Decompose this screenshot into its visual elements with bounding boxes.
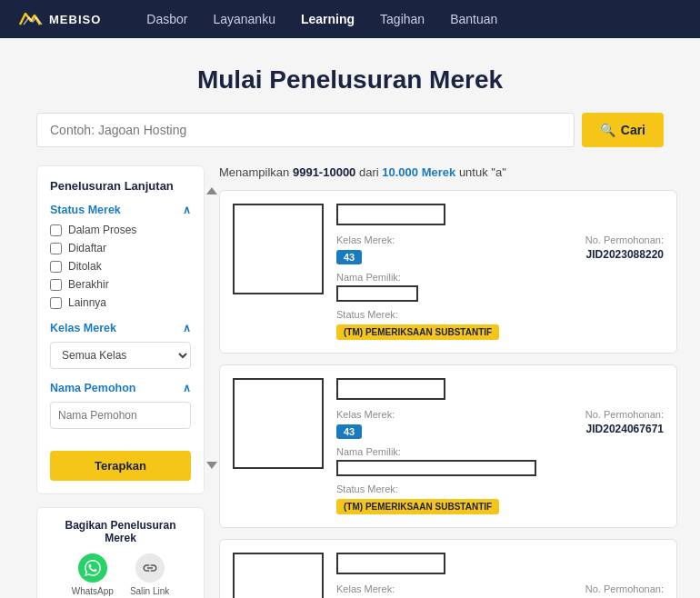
sidebar-title: Penelusuran Lanjutan	[50, 179, 191, 193]
nama-pemohon-title: Nama Pemohon ∧	[50, 382, 191, 394]
permohonan-value-1: JID2023088220	[564, 248, 664, 261]
nav-dasbor[interactable]: Dasbor	[146, 12, 187, 26]
meta-left-1: Kelas Merek: 43 Nama Pemilik: Status Mer…	[336, 234, 536, 340]
meta-right-1: No. Permohonan: JID2023088220	[564, 234, 664, 261]
result-card-3: Kelas Merek: 19 Nama Pemilik: Status Mer…	[219, 539, 677, 598]
kelas-badge-2: 43	[336, 424, 362, 439]
checkbox-didaftar-label: Didaftar	[68, 242, 106, 254]
share-icons: WhatsApp Salin Link	[48, 553, 193, 596]
result-info-3: Kelas Merek: 19 Nama Pemilik: Status Mer…	[336, 553, 664, 598]
nama-label-2: Nama Pemilik:	[336, 446, 536, 457]
share-box-title: Bagikan Penelusuran Merek	[48, 519, 193, 544]
checkbox-lainnya-label: Lainnya	[68, 296, 106, 309]
nav-bantuan[interactable]: Bantuan	[450, 12, 497, 26]
permohonan-label-1: No. Permohonan:	[564, 234, 664, 245]
chevron-up-kelas[interactable]: ∧	[183, 322, 191, 334]
nama-pemilik-1	[336, 285, 418, 302]
copy-link-label: Salin Link	[130, 586, 169, 596]
scroll-up-arrow[interactable]	[205, 184, 218, 201]
chevron-up-status[interactable]: ∧	[183, 204, 191, 216]
checkbox-dalam-proses: Dalam Proses	[50, 224, 191, 236]
search-input[interactable]	[36, 113, 575, 147]
checkbox-berakhir: Berakhir	[50, 278, 191, 291]
result-info-2: Kelas Merek: 43 Nama Pemilik: Status Mer…	[336, 378, 664, 514]
checkbox-berakhir-input[interactable]	[50, 279, 62, 291]
checkbox-didaftar: Didaftar	[50, 242, 191, 254]
main-layout: Penelusuran Lanjutan Status Merek ∧ Dala…	[36, 165, 664, 598]
share-whatsapp[interactable]: WhatsApp	[72, 553, 114, 596]
logo-icon	[18, 10, 44, 28]
result-meta-1: Kelas Merek: 43 Nama Pemilik: Status Mer…	[336, 234, 664, 340]
result-meta-3: Kelas Merek: 19 Nama Pemilik: Status Mer…	[336, 583, 664, 598]
whatsapp-icon	[78, 553, 107, 583]
svg-marker-0	[206, 187, 217, 194]
result-image-3	[233, 553, 324, 598]
results-total: 10.000 Merek	[382, 165, 455, 179]
scroll-down-arrow[interactable]	[205, 459, 218, 475]
kelas-select[interactable]: Semua Kelas	[50, 342, 191, 369]
sidebar-column: Penelusuran Lanjutan Status Merek ∧ Dala…	[36, 165, 205, 598]
checkbox-didaftar-input[interactable]	[50, 243, 62, 254]
status-badge-1: (TM) PEMERIKSAAN SUBSTANTIF	[336, 324, 499, 340]
result-card-2: Kelas Merek: 43 Nama Pemilik: Status Mer…	[219, 364, 677, 528]
results-area: Menampilkan 9991-10000 dari 10.000 Merek…	[219, 165, 677, 598]
meta-right-2: No. Permohonan: JID2024067671	[564, 409, 664, 435]
kelas-merek-section: Kelas Merek ∧ Semua Kelas	[50, 322, 191, 369]
result-name-1	[336, 204, 445, 225]
kelas-label-2: Kelas Merek:	[336, 409, 536, 420]
permohonan-label-2: No. Permohonan:	[564, 409, 664, 420]
result-image-1	[233, 204, 324, 294]
page-content: Mulai Penelusuran Merek 🔍 Cari Penelusur…	[0, 38, 700, 598]
meta-left-2: Kelas Merek: 43 Nama Pemilik: Status Mer…	[336, 409, 536, 514]
status-label-2: Status Merek:	[336, 483, 536, 494]
meta-left-3: Kelas Merek: 19 Nama Pemilik: Status Mer…	[336, 583, 536, 598]
result-name-2	[336, 378, 445, 400]
link-icon	[135, 553, 165, 583]
navbar: MEBISO Dasbor Layananku Learning Tagihan…	[0, 0, 700, 38]
navbar-links: Dasbor Layananku Learning Tagihan Bantua…	[146, 12, 497, 26]
terapkan-button[interactable]: Terapkan	[50, 451, 191, 481]
meta-right-3: No. Permohonan: DID2024034621	[564, 583, 664, 598]
kelas-merek-title: Kelas Merek ∧	[50, 322, 191, 334]
result-meta-2: Kelas Merek: 43 Nama Pemilik: Status Mer…	[336, 409, 664, 514]
share-copy-link[interactable]: Salin Link	[130, 553, 169, 596]
nav-learning[interactable]: Learning	[301, 12, 355, 26]
share-box: Bagikan Penelusuran Merek WhatsApp Salin…	[36, 507, 205, 598]
checkbox-ditolak-input[interactable]	[50, 261, 62, 273]
checkbox-berakhir-label: Berakhir	[68, 278, 109, 291]
status-label-1: Status Merek:	[336, 309, 536, 320]
result-image-2	[233, 378, 324, 469]
search-icon: 🔍	[600, 123, 615, 137]
svg-marker-1	[206, 462, 217, 469]
status-badge-2: (TM) PEMERIKSAAN SUBSTANTIF	[336, 499, 499, 514]
sidebar: Penelusuran Lanjutan Status Merek ∧ Dala…	[36, 165, 205, 494]
kelas-label-3: Kelas Merek:	[336, 583, 536, 594]
permohonan-value-2: JID2024067671	[564, 423, 664, 435]
checkbox-ditolak-label: Ditolak	[68, 260, 102, 273]
results-summary: Menampilkan 9991-10000 dari 10.000 Merek…	[219, 165, 677, 179]
status-merek-title: Status Merek ∧	[50, 204, 191, 216]
status-merek-section: Status Merek ∧ Dalam Proses Didaftar Dit…	[50, 204, 191, 309]
logo[interactable]: MEBISO	[18, 10, 101, 28]
result-card-1: Kelas Merek: 43 Nama Pemilik: Status Mer…	[219, 190, 677, 354]
nav-layananku[interactable]: Layananku	[213, 12, 275, 26]
checkbox-dalam-proses-input[interactable]	[50, 224, 62, 236]
kelas-badge-1: 43	[336, 250, 362, 264]
search-button[interactable]: 🔍 Cari	[582, 113, 664, 147]
search-button-label: Cari	[621, 123, 645, 137]
result-name-3	[336, 553, 445, 574]
nama-label-1: Nama Pemilik:	[336, 272, 536, 283]
checkbox-lainnya-input[interactable]	[50, 297, 62, 309]
chevron-up-nama[interactable]: ∧	[183, 382, 191, 394]
checkbox-dalam-proses-label: Dalam Proses	[68, 224, 136, 236]
logo-text: MEBISO	[49, 13, 101, 26]
page-title: Mulai Penelusuran Merek	[36, 65, 664, 95]
checkbox-lainnya: Lainnya	[50, 296, 191, 309]
nama-pemilik-2	[336, 460, 536, 476]
results-range: 9991-10000	[293, 165, 355, 179]
nama-pemohon-input[interactable]	[50, 402, 191, 429]
kelas-label-1: Kelas Merek:	[336, 234, 536, 245]
whatsapp-label: WhatsApp	[72, 586, 114, 596]
checkbox-ditolak: Ditolak	[50, 260, 191, 273]
nav-tagihan[interactable]: Tagihan	[380, 12, 425, 26]
